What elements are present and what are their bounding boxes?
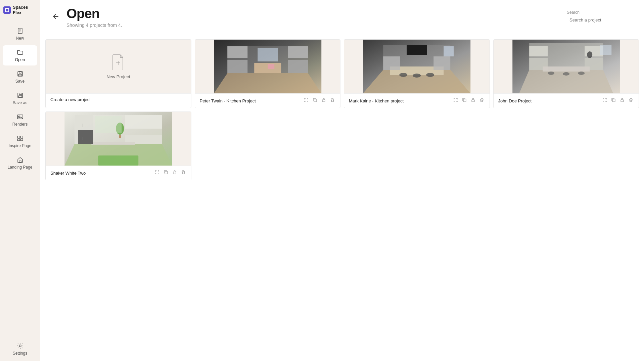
inspire-icon [16,135,24,142]
projects-grid: New Project Create a new project [40,34,644,185]
mark-kitchen-image [344,40,490,93]
copy-icon-john[interactable] [610,97,616,104]
delete-icon-shaker[interactable] [180,169,186,177]
svg-rect-37 [444,46,454,56]
lock-icon-peter[interactable] [321,97,327,104]
copy-icon-peter[interactable] [312,97,318,104]
svg-point-36 [426,73,434,77]
svg-rect-25 [314,99,317,102]
new-project-description: Create a new project [50,97,91,102]
svg-rect-10 [20,136,23,138]
sidebar-item-save-as[interactable]: Save as [3,88,37,108]
delete-icon-mark[interactable] [479,97,485,104]
sidebar-item-open[interactable]: Open [3,45,37,65]
delete-icon-peter[interactable] [329,97,335,104]
main-content: Open Showing 4 projects from 4. Search N… [40,0,644,361]
lock-icon-shaker[interactable] [172,169,178,177]
nav-items: New Open Save [0,20,40,337]
search-label: Search [567,10,634,15]
gear-icon [16,342,24,350]
new-project-label: New Project [106,74,130,79]
svg-rect-53 [612,99,615,102]
save-as-icon [16,92,24,99]
svg-rect-26 [322,100,325,102]
new-project-thumbnail: New Project [46,40,191,93]
svg-point-34 [399,73,407,77]
sidebar-item-save-label: Save [15,79,25,84]
mark-kaine-name: Mark Kaine - Kitchen project [349,98,404,103]
app-logo[interactable]: Spaces Flex [0,0,40,20]
sidebar-item-landing-label: Landing Page [7,165,32,170]
expand-icon-john[interactable] [602,97,608,104]
mark-kaine-card[interactable]: Mark Kaine - Kitchen project [344,39,490,108]
page-title: Open [66,6,122,21]
header-title-group: Open Showing 4 projects from 4. [66,6,122,28]
svg-rect-69 [165,171,168,174]
svg-rect-11 [17,139,20,141]
shaker-white-actions [154,169,186,177]
save-icon [16,70,24,78]
svg-rect-57 [98,155,138,166]
home-icon [16,156,24,164]
lock-icon-john[interactable] [619,97,625,104]
svg-rect-32 [383,56,400,70]
sidebar-item-inspire[interactable]: Inspire Page [3,131,37,151]
shaker-white-card[interactable]: Shaker White Two [45,111,191,180]
shaker-kitchen-image [46,112,191,166]
svg-rect-47 [543,66,590,72]
peter-twain-card[interactable]: Peter Twain - Kitchen Project [195,39,341,108]
john-doe-actions [602,97,634,104]
shaker-white-footer: Shaker White Two [46,166,191,180]
svg-rect-13 [19,161,21,163]
peter-twain-name: Peter Twain - Kitchen Project [200,98,256,103]
new-project-footer: Create a new project [46,93,191,105]
back-button[interactable] [50,11,61,23]
mark-kaine-actions [453,97,485,104]
search-input[interactable] [567,16,634,24]
settings-button[interactable]: Settings [0,337,40,361]
svg-rect-66 [95,116,122,133]
john-doe-thumbnail [494,40,639,93]
expand-icon-peter[interactable] [303,97,309,104]
new-file-icon [111,54,125,70]
john-doe-footer: John Doe Project [494,93,639,108]
sidebar-item-save[interactable]: Save [3,67,37,87]
new-project-icon-group: New Project [106,40,130,93]
svg-rect-5 [19,93,21,94]
sidebar: Spaces Flex New Open [0,0,40,361]
svg-rect-39 [472,100,474,102]
sidebar-item-renders-label: Renders [12,122,28,127]
sidebar-item-new[interactable]: New [3,24,37,44]
svg-rect-62 [91,142,135,145]
copy-icon-shaker[interactable] [163,169,169,177]
peter-kitchen-image [195,40,340,93]
svg-point-50 [578,72,585,75]
svg-rect-6 [18,96,22,97]
file-icon [16,27,24,35]
svg-rect-52 [600,45,611,55]
svg-point-49 [563,72,569,76]
header: Open Showing 4 projects from 4. Search [40,0,644,34]
delete-icon-john[interactable] [628,97,634,104]
sidebar-item-landing[interactable]: Landing Page [3,153,37,173]
mark-kaine-footer: Mark Kaine - Kitchen project [344,93,490,108]
john-doe-card[interactable]: John Doe Project [493,39,639,108]
svg-rect-18 [227,60,247,73]
sidebar-item-renders[interactable]: Renders [3,110,37,130]
copy-icon-mark[interactable] [461,97,467,104]
new-project-card[interactable]: New Project Create a new project [45,39,191,108]
svg-point-35 [413,74,421,78]
expand-icon-shaker[interactable] [154,169,160,177]
expand-icon-mark[interactable] [453,97,459,104]
svg-marker-16 [214,73,321,93]
svg-rect-9 [17,136,20,138]
lock-icon-mark[interactable] [470,97,476,104]
svg-rect-60 [125,115,162,129]
svg-rect-19 [227,46,247,58]
sidebar-item-new-label: New [16,36,24,41]
svg-point-14 [19,345,21,347]
image-icon [16,113,24,121]
john-doe-name: John Doe Project [498,98,532,103]
sidebar-item-inspire-label: Inspire Page [9,143,31,148]
svg-rect-21 [288,46,308,58]
